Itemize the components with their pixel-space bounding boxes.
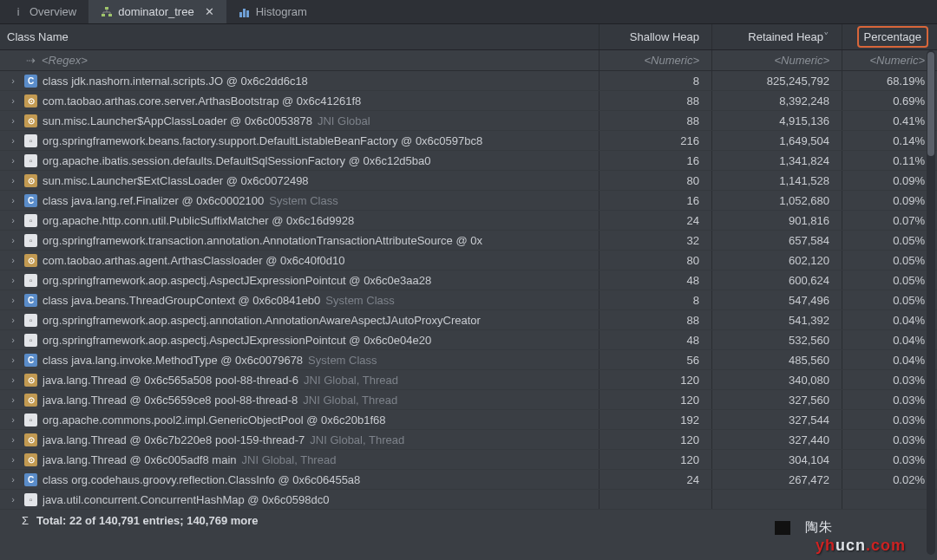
table-body: ›Cclass jdk.nashorn.internal.scripts.JO …	[0, 71, 937, 510]
retained-heap-cell: 602,120	[711, 251, 842, 270]
class-name-text: org.apache.commons.pool2.impl.GenericObj…	[43, 413, 385, 427]
header-class-name[interactable]: Class Name	[0, 24, 599, 49]
class-name-text: class java.beans.ThreadGroupContext @ 0x…	[43, 294, 320, 307]
expand-icon[interactable]: ›	[7, 175, 19, 186]
table-row[interactable]: ›⊙java.lang.Thread @ 0x6c7b220e8 pool-15…	[0, 430, 937, 450]
table-row[interactable]: ›▫java.util.concurrent.ConcurrentHashMap…	[0, 490, 937, 510]
class-suffix: JNI Global	[318, 114, 370, 127]
expand-icon[interactable]: ›	[7, 275, 19, 285]
expand-icon[interactable]: ›	[7, 95, 19, 106]
regex-filter-input[interactable]: <Regex>	[42, 54, 88, 67]
expand-icon[interactable]: ›	[7, 434, 19, 445]
retained-heap-cell: 901,816	[711, 211, 842, 230]
percentage-cell: 0.02%	[842, 470, 937, 489]
retained-heap-cell: 304,104	[711, 450, 842, 469]
shallow-heap-cell: 120	[599, 370, 711, 389]
expand-icon[interactable]: ›	[7, 315, 19, 325]
retained-heap-cell: 1,052,680	[711, 191, 842, 210]
table-row[interactable]: ›Cclass java.lang.ref.Finalizer @ 0x6c00…	[0, 191, 937, 211]
tab-histogram[interactable]: Histogram	[226, 0, 319, 23]
class-name-text: java.lang.Thread @ 0x6c565a508 pool-88-t…	[43, 374, 298, 387]
class-icon: C	[24, 473, 37, 486]
percentage-cell: 0.03%	[842, 450, 937, 469]
close-icon[interactable]: ✕	[205, 5, 214, 18]
expand-icon[interactable]: ›	[7, 215, 19, 225]
expand-icon[interactable]: ›	[7, 75, 19, 86]
table-row[interactable]: ›⊙com.taobao.arthas.core.server.ArthasBo…	[0, 91, 937, 111]
class-icon: C	[24, 194, 37, 207]
object-icon: ⊙	[24, 433, 37, 446]
filter-percentage[interactable]: <Numeric>	[842, 50, 937, 70]
table-row[interactable]: ›⊙sun.misc.Launcher$AppClassLoader @ 0x6…	[0, 111, 937, 131]
class-name-text: class java.lang.invoke.MethodType @ 0x6c…	[43, 354, 303, 367]
retained-heap-cell: 541,392	[711, 310, 842, 329]
class-name-text: org.apache.http.conn.util.PublicSuffixMa…	[43, 214, 354, 227]
table-row[interactable]: ›⊙sun.misc.Launcher$ExtClassLoader @ 0x6…	[0, 171, 937, 191]
table-row[interactable]: ›▫org.springframework.aop.aspectj.Aspect…	[0, 270, 937, 290]
expand-icon[interactable]: ›	[7, 295, 19, 305]
table-row[interactable]: ›Cclass java.beans.ThreadGroupContext @ …	[0, 290, 937, 310]
retained-heap-cell: 327,560	[711, 390, 842, 409]
expand-icon[interactable]: ›	[7, 155, 19, 166]
table-row[interactable]: ›▫org.apache.commons.pool2.impl.GenericO…	[0, 410, 937, 430]
tab-bar: i Overview dominator_tree ✕ Histogram	[0, 0, 937, 24]
tree-icon	[101, 6, 113, 18]
class-name-text: java.lang.Thread @ 0x6c7b220e8 pool-159-…	[43, 433, 305, 446]
tab-overview[interactable]: i Overview	[0, 0, 88, 23]
table-row[interactable]: ›▫org.apache.ibatis.session.defaults.Def…	[0, 151, 937, 171]
expand-icon[interactable]: ›	[7, 394, 19, 405]
header-percentage[interactable]: Percentage	[842, 24, 937, 49]
header-retained-heap[interactable]: Retained Heap	[711, 24, 842, 49]
class-name-text: java.lang.Thread @ 0x6c005adf8 main	[43, 453, 237, 466]
shallow-heap-cell: 8	[599, 71, 711, 90]
filter-shallow[interactable]: <Numeric>	[599, 50, 711, 70]
table-row[interactable]: ›⊙java.lang.Thread @ 0x6c565a508 pool-88…	[0, 370, 937, 390]
vertical-scrollbar[interactable]	[927, 50, 935, 555]
tab-dominator-tree[interactable]: dominator_tree ✕	[88, 0, 226, 23]
object-icon: ⊙	[24, 374, 37, 387]
table-row[interactable]: ›▫org.springframework.aop.aspectj.annota…	[0, 310, 937, 330]
percentage-cell: 0.05%	[842, 231, 937, 250]
class-suffix: JNI Global, Thread	[303, 394, 397, 407]
expand-icon[interactable]: ›	[7, 414, 19, 425]
expand-icon[interactable]: ›	[7, 235, 19, 245]
table-row[interactable]: ›Cclass java.lang.invoke.MethodType @ 0x…	[0, 350, 937, 370]
retained-heap-cell: 327,440	[711, 430, 842, 449]
expand-icon[interactable]: ›	[7, 494, 19, 505]
table-row[interactable]: ›Cclass jdk.nashorn.internal.scripts.JO …	[0, 71, 937, 91]
watermark-site: yhucn.com	[816, 537, 906, 555]
expand-icon[interactable]: ›	[7, 135, 19, 146]
expand-icon[interactable]: ›	[7, 335, 19, 345]
class-name-text: class java.lang.ref.Finalizer @ 0x6c0002…	[43, 194, 264, 207]
table-row[interactable]: ›Cclass org.codehaus.groovy.reflection.C…	[0, 470, 937, 490]
tab-label: Overview	[29, 5, 76, 18]
expand-icon[interactable]: ›	[7, 474, 19, 485]
instance-icon: ▫	[24, 134, 37, 147]
sigma-icon: Σ	[19, 514, 31, 526]
object-icon: ⊙	[24, 394, 37, 407]
class-name-text: class jdk.nashorn.internal.scripts.JO @ …	[43, 75, 308, 88]
expand-icon[interactable]: ›	[7, 374, 19, 385]
table-row[interactable]: ›▫org.springframework.beans.factory.supp…	[0, 131, 937, 151]
class-name-text: java.util.concurrent.ConcurrentHashMap @…	[43, 493, 329, 506]
scrollbar-thumb[interactable]	[927, 52, 934, 156]
class-icon: C	[24, 354, 37, 367]
percentage-cell: 0.09%	[842, 171, 937, 190]
table-row[interactable]: ›▫org.springframework.transaction.annota…	[0, 231, 937, 251]
instance-icon: ▫	[24, 274, 37, 287]
retained-heap-cell: 8,392,248	[711, 91, 842, 110]
expand-icon[interactable]: ›	[7, 255, 19, 265]
table-row[interactable]: ›⊙java.lang.Thread @ 0x6c005adf8 main JN…	[0, 450, 937, 470]
header-shallow-heap[interactable]: Shallow Heap	[599, 24, 711, 49]
expand-icon[interactable]: ›	[7, 195, 19, 205]
table-row[interactable]: ›⊙java.lang.Thread @ 0x6c5659ce8 pool-88…	[0, 390, 937, 410]
percentage-cell: 0.05%	[842, 290, 937, 309]
table-row[interactable]: ›▫org.springframework.aop.aspectj.Aspect…	[0, 330, 937, 350]
table-row[interactable]: ›⊙com.taobao.arthas.agent.ArthasClassloa…	[0, 251, 937, 270]
filter-retained[interactable]: <Numeric>	[711, 50, 842, 70]
expand-icon[interactable]: ›	[7, 454, 19, 465]
table-row[interactable]: ›▫org.apache.http.conn.util.PublicSuffix…	[0, 211, 937, 231]
expand-icon[interactable]: ›	[7, 115, 19, 126]
expand-icon[interactable]: ›	[7, 355, 19, 365]
svg-rect-5	[246, 10, 249, 17]
